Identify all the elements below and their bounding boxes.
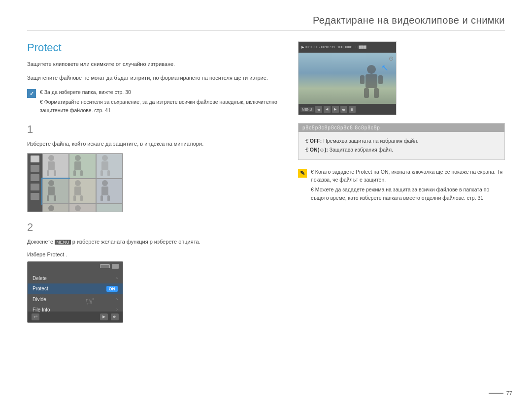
page-container: Редактиране на видеоклипове и снимки Pro…: [0, 0, 532, 406]
menu-item-delete[interactable]: Delete ›: [28, 273, 123, 283]
cam-figure-svg: [359, 64, 384, 99]
protect-on-line: € ON(☺): Защитава избрания файл.: [305, 146, 498, 155]
header-section: Редактиране на видеоклипове и снимки: [27, 15, 505, 31]
yellow-note-1: € Когато зададете Protect на ON, иконата…: [311, 168, 505, 185]
svg-point-4: [75, 155, 81, 161]
cam-btn-next[interactable]: ⏭: [340, 106, 347, 113]
svg-point-32: [367, 65, 376, 74]
thumb-sidebar: [28, 154, 42, 212]
svg-rect-2: [47, 170, 49, 176]
hand-gesture-icon: ☞: [85, 294, 97, 308]
yellow-note-icon: ✎: [298, 169, 307, 178]
protect-off-label: OFF:: [310, 138, 322, 144]
cam-info-text: ▶ 00:00:00 / 00:01:39 100_0001 □ ▓▓▓: [301, 45, 366, 49]
menu-screenshot: Delete › Protect ON Divide › File Info ›: [27, 261, 123, 323]
main-content: Protect Защитете клиповете или снимките …: [27, 41, 505, 327]
cam-top-bar: ▶ 00:00:00 / 00:01:39 100_0001 □ ▓▓▓: [299, 42, 396, 53]
sidebar-icon-3: [31, 174, 39, 181]
figure-svg-8: [69, 204, 87, 212]
svg-point-28: [75, 205, 81, 211]
cam-btn-slow[interactable]: ⏸: [349, 106, 356, 113]
step-1-number: 1: [27, 123, 283, 136]
right-column: ▶ 00:00:00 / 00:01:39 100_0001 □ ▓▓▓: [298, 41, 505, 327]
cam-bottom-bar: MENU ⏮ ◀ ▶ ⏭ ⏸: [299, 104, 396, 115]
body-text-1: Защитете клиповете или снимките от случа…: [27, 60, 283, 69]
protect-options-box: p8c8p8c8p8c8p8c8 8c8p8c8p € OFF: Премахв…: [298, 123, 505, 160]
figure-svg-2: [69, 154, 87, 176]
thumb-cell-7: [42, 204, 69, 212]
page-number-bar: 77: [489, 390, 512, 396]
svg-rect-34: [364, 88, 369, 98]
figure-svg-3: [97, 154, 114, 176]
step-2-number: 2: [27, 221, 283, 234]
sidebar-icon-5: [31, 193, 39, 200]
cam-btn-play[interactable]: ▶: [332, 106, 339, 113]
cam-btn-prev-prev[interactable]: ⏮: [315, 106, 322, 113]
svg-rect-19: [80, 195, 83, 201]
menu-items-list: Delete › Protect ON Divide › File Info ›: [28, 271, 123, 317]
svg-rect-29: [74, 212, 81, 212]
cam-btn-prev[interactable]: ◀: [324, 106, 331, 113]
figure-svg-1: [43, 154, 60, 176]
svg-point-0: [48, 155, 54, 161]
thumb-cell-3: [96, 154, 123, 179]
svg-rect-5: [74, 161, 81, 170]
svg-rect-33: [366, 74, 377, 88]
thumb-cell-1: [42, 154, 69, 179]
svg-rect-13: [48, 187, 55, 195]
play-button[interactable]: ▶: [100, 313, 108, 320]
sidebar-icon-2: [31, 165, 39, 172]
step-2-sub: Избере Protect .: [27, 251, 283, 257]
svg-rect-23: [107, 195, 110, 201]
figure-svg-5: [69, 179, 87, 201]
svg-point-20: [102, 180, 108, 186]
card-icon: [112, 264, 119, 269]
body-text-2: Защитените файлове не могат да бъдат изт…: [27, 74, 283, 83]
sidebar-icon-1: [31, 156, 39, 162]
battery-icon: [100, 264, 110, 268]
thumb-cell-9: ☞: [96, 204, 123, 212]
protect-options-header: p8c8p8c8p8c8p8c8 8c8p8c8p: [299, 124, 504, 132]
thumbnail-grid-container: ☞: [27, 153, 123, 212]
note-box: ✓ € За да изберете папка, вижте стр. 30 …: [27, 88, 283, 116]
svg-rect-25: [48, 212, 55, 212]
figure-svg-7: [43, 204, 60, 212]
svg-rect-36: [360, 75, 365, 84]
step-1-text: Изберете файла, който искате да защитите…: [27, 140, 283, 149]
left-column: Protect Защитете клиповете или снимките …: [27, 41, 283, 327]
thumb-cell-8: [69, 204, 96, 212]
cam-scene: ↖ ⊙: [299, 53, 396, 104]
next-button[interactable]: ⏭: [111, 313, 119, 320]
cam-display-area: ↖ ⊙: [299, 53, 396, 104]
figure-svg-4: [43, 179, 60, 201]
thumb-cell-2: [69, 154, 96, 179]
svg-rect-15: [54, 195, 56, 201]
svg-rect-1: [48, 161, 55, 170]
thumb-cell-5: [69, 179, 96, 204]
thumb-cell-4: [42, 179, 69, 204]
svg-rect-35: [374, 88, 379, 98]
thumb-cell-6: [96, 179, 123, 204]
camera-display: ▶ 00:00:00 / 00:01:39 100_0001 □ ▓▓▓: [298, 41, 397, 115]
cam-cursor-icon: ↖: [381, 62, 389, 73]
settings-icon: ⊙: [389, 55, 394, 62]
svg-rect-14: [47, 195, 49, 201]
svg-rect-11: [107, 170, 110, 176]
page-title: Редактиране на видеоклипове и снимки: [313, 15, 505, 26]
menu-item-divide[interactable]: Divide ›: [28, 294, 123, 305]
svg-point-24: [48, 205, 54, 211]
protect-off-text: Премахва защитата на избрания файл.: [323, 138, 418, 144]
svg-rect-22: [100, 195, 103, 201]
yellow-note-2: € Можете да зададете режима на защита за…: [311, 186, 505, 202]
thumbnail-grid: ☞: [27, 153, 123, 212]
svg-rect-37: [378, 75, 383, 84]
back-button[interactable]: ↩: [32, 313, 39, 320]
protect-on-text: Защитава избрания файл.: [330, 147, 393, 153]
figure-svg-6: [97, 179, 114, 201]
note-content: € За да изберете папка, вижте стр. 30 € …: [40, 88, 283, 116]
sidebar-icon-4: [31, 184, 39, 190]
svg-rect-6: [73, 170, 76, 176]
menu-item-protect[interactable]: Protect ON: [28, 283, 123, 294]
protect-on-label: ON(☺):: [310, 147, 328, 153]
svg-rect-10: [100, 170, 103, 176]
